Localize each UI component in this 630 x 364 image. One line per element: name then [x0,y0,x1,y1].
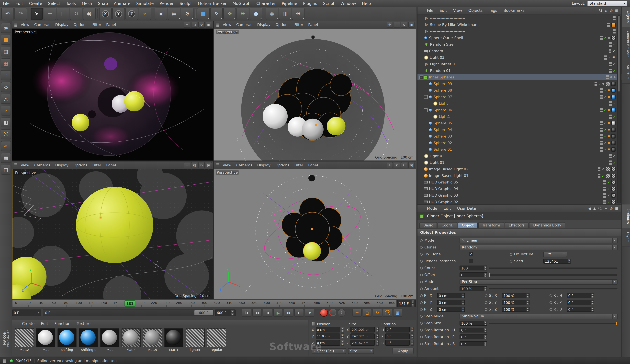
vp1-menu-filter[interactable]: Filter [292,22,306,27]
vis-tag[interactable] [609,68,612,73]
object-row-image-based-light-02[interactable]: Image Based Light 02✓ [418,166,622,172]
menu-motion-tracker[interactable]: Motion Tracker [195,0,230,7]
vis-tag[interactable] [604,55,607,59]
keyframe-ring[interactable] [550,294,552,297]
stepper-down[interactable]: ▼ [462,303,464,305]
camera-label[interactable]: Perspective [14,171,37,175]
vp3-menu-view[interactable]: View [220,163,234,167]
nocam-tag[interactable]: ⊘ [612,49,616,53]
check-tag[interactable]: ✓ [604,134,607,138]
attr-menu-user-data[interactable]: User Data [454,205,479,212]
floor-button[interactable]: ▦ [266,7,278,20]
go-to-start-button[interactable]: |◀ [242,309,251,317]
check-tag[interactable]: ✓ [604,88,607,92]
keyframe-ring[interactable] [420,322,423,325]
stepper-up[interactable]: ▲ [484,328,487,330]
material-item[interactable]: shifting [57,328,77,352]
frame-stepper[interactable]: ▲▼ [411,300,414,307]
vis-tag[interactable] [600,127,602,132]
check-tag[interactable]: ✓ [607,200,610,204]
keyframe-ring[interactable] [485,294,488,297]
menu-mesh[interactable]: Mesh [79,0,95,7]
material-item[interactable]: Mat.4 [121,328,141,352]
dropdown[interactable]: ⋱Linear▾ [460,238,618,243]
stepper[interactable]: ▲▼ [462,300,464,305]
collapse-icon[interactable]: − [424,95,428,99]
object-row-light-target-01[interactable]: |oLight Target 01✓ [418,61,622,67]
stepper-down[interactable]: ▼ [231,313,234,316]
stepper-up[interactable]: ▲ [484,273,487,275]
check-tag[interactable]: ✓ [608,56,611,59]
attr-menu-mode[interactable]: Mode [424,205,440,212]
texture-view-button[interactable]: ▩ [1,153,11,163]
object-row-random-01[interactable]: ✱Random 01✓ [418,67,622,74]
value-field[interactable]: 0 °▲▼ [460,335,487,339]
material-thumbnail[interactable] [36,328,55,347]
vis-tag[interactable] [606,75,609,79]
material-thumbnail[interactable] [143,328,162,347]
stepper-down[interactable]: ▼ [410,330,414,333]
vp2-menu-panel[interactable]: Panel [104,163,118,167]
stepper-up[interactable]: ▲ [484,266,487,268]
menu-select[interactable]: Select [45,0,63,7]
render-picture-viewer-button[interactable]: ▤ [168,7,180,20]
object-row-image-based-light-01[interactable]: Image Based Light 01✓ [418,172,622,179]
vp3-menu-filter[interactable]: Filter [292,163,306,167]
vp3-menu-display[interactable]: Display [255,163,273,167]
keyframe-ring[interactable] [420,281,423,283]
vis-tag[interactable] [609,114,612,119]
vis-tag[interactable] [600,88,602,92]
tab-coord[interactable]: Coord. [438,222,457,228]
doto-tag[interactable] [608,122,610,124]
keyframe-ring[interactable] [420,343,423,345]
keyframe-ring[interactable] [420,274,423,276]
value-field[interactable]: 100 %▲▼ [502,300,530,305]
timeline-start-combo[interactable]: 0 F ▾ [12,310,41,316]
slider-groove[interactable] [489,323,618,324]
viewport-canvas-top-left[interactable]: Perspective [12,28,213,160]
statusbar-grip[interactable] [3,359,6,363]
points-mode-button[interactable]: ∷ [1,70,11,80]
stepper[interactable]: ▲▼ [526,294,529,298]
tab-object[interactable]: Object [458,222,478,228]
viewport-canvas-bottom-right[interactable]: Y X Z Perspective Grid Spacing : 100 cm [214,169,416,299]
rotation-h-field[interactable]: 0 ° [385,327,410,333]
target-tag[interactable]: ◎ [612,55,616,59]
doto-tag[interactable] [608,142,610,144]
keyframe-ring[interactable] [420,260,423,262]
check-tag[interactable]: ✓ [602,167,604,171]
redo-button[interactable]: ↷ [14,7,27,20]
hatch-material-tag[interactable] [606,81,610,86]
check-tag[interactable]: ✓ [604,141,607,145]
check-tag[interactable]: ✓ [613,115,616,118]
slider-groove[interactable] [489,274,618,276]
stepper-up[interactable]: ▲ [462,300,464,303]
record-keyframe-button[interactable] [320,309,328,317]
object-row-scene-by-mike-winkelmann[interactable]: |oScene By Mike Winkelmann [418,21,622,28]
vis-tag[interactable] [603,180,606,184]
object-row-light-02[interactable]: Light 02✓ [418,153,622,159]
stepper-up[interactable]: ▲ [376,340,379,343]
value-field[interactable]: 100▲▼ [460,266,487,271]
material-item[interactable]: Mat [36,328,56,352]
hatch-material-tag[interactable] [611,187,616,191]
camera-label[interactable]: Perspective [216,170,239,175]
stepper[interactable]: ▲▼ [526,307,529,312]
stepper-down[interactable]: ▼ [484,268,487,271]
viewport-canvas-top-right[interactable]: Perspective Grid Spacing : 100 cm [214,28,416,160]
stepper-up[interactable]: ▲ [591,294,594,296]
object-row-hud-graphic-05[interactable]: HUD Graphic 05✓ [418,179,622,185]
object-row-light1[interactable]: Light1✓ [418,113,622,120]
object-row-light-01[interactable]: Light 01✓ [418,159,622,166]
coordinate-mode-dropdown[interactable]: Object (Rel) ▾ [312,348,346,354]
vp1-menu-options[interactable]: Options [273,22,292,27]
stepper[interactable]: ▲▼ [484,287,487,291]
value-field[interactable]: 100 %▲▼ [460,286,487,291]
vp2-menu-options[interactable]: Options [71,163,90,167]
vis-tag[interactable] [600,134,602,138]
stepper-up[interactable]: ▲ [484,335,487,337]
object-row-sphere-02[interactable]: Sphere 02✓ [418,139,622,146]
last-tool-button[interactable]: ◉ [83,7,96,20]
viewport-grip[interactable] [14,23,17,26]
play-button[interactable]: ▶ [273,309,283,317]
